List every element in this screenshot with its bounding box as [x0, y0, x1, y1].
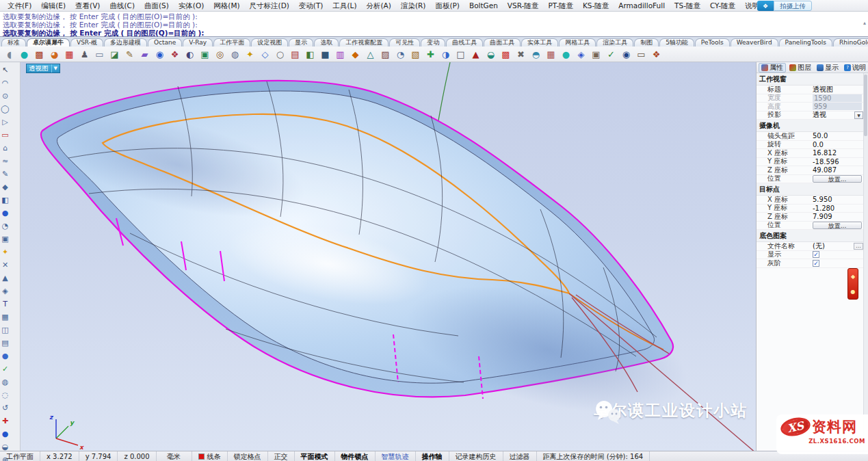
- toolbar-icon[interactable]: ◫: [0, 324, 10, 337]
- panel-tab[interactable]: 显示: [815, 63, 841, 73]
- status-item[interactable]: 毫米: [157, 451, 192, 461]
- status-item[interactable]: 平面模式: [295, 451, 335, 461]
- camera-z-value[interactable]: 49.087: [813, 166, 837, 174]
- menu-item[interactable]: TS-随意: [670, 0, 705, 11]
- toolbar-icon[interactable]: ▦: [544, 47, 558, 61]
- target-z-value[interactable]: 7.909: [813, 213, 832, 220]
- menu-item[interactable]: 分析(A): [362, 0, 396, 11]
- status-item[interactable]: 记录建构历史: [449, 451, 503, 461]
- menu-item[interactable]: 渲染(R): [396, 0, 431, 11]
- toolbar-icon[interactable]: ▣: [198, 47, 212, 61]
- status-item[interactable]: 正交: [268, 451, 295, 461]
- toolbar-icon[interactable]: ◍: [228, 47, 242, 61]
- menu-item[interactable]: 实体(O): [174, 0, 209, 11]
- floating-sidebar-widget[interactable]: ◆●: [847, 268, 858, 300]
- toolbar-icon[interactable]: ●: [0, 350, 10, 363]
- status-item[interactable]: 过滤器: [503, 451, 537, 461]
- toolbar-icon[interactable]: ◧: [303, 47, 317, 61]
- menu-item[interactable]: KS-随意: [578, 0, 614, 11]
- toolbar-tab[interactable]: 实体工具: [521, 38, 558, 47]
- toolbar-tab[interactable]: 可见性: [389, 38, 420, 47]
- command-prompt[interactable]: 选取要复制的边缘， 按 Enter 完成 ( 目的图层(Q)=目前的 ):: [3, 29, 865, 37]
- toolbar-icon[interactable]: T: [0, 298, 10, 311]
- toolbar-tab[interactable]: 变动: [421, 38, 445, 47]
- toolbar-icon[interactable]: ◯: [0, 103, 10, 116]
- toolbar-icon[interactable]: ●: [17, 47, 31, 61]
- toolbar-icon[interactable]: ↺: [0, 401, 10, 414]
- toolbar-icon[interactable]: ◕: [47, 47, 62, 61]
- toolbar-icon[interactable]: ◓: [529, 47, 543, 61]
- chevron-up-icon[interactable]: ▴: [863, 20, 866, 26]
- status-item[interactable]: 操作轴: [416, 451, 449, 461]
- gear-icon[interactable]: ⚙: [855, 64, 861, 71]
- toolbar-tab[interactable]: 显示: [289, 38, 313, 47]
- menu-item[interactable]: CY-随意: [705, 0, 740, 11]
- dropdown-arrow-icon[interactable]: ▼: [854, 111, 863, 119]
- toolbar-icon[interactable]: ▦: [0, 311, 10, 324]
- menu-item[interactable]: 工具(L): [328, 0, 361, 11]
- toolbar-tab[interactable]: 曲面工具: [484, 38, 521, 47]
- panel-tab[interactable]: 图层: [787, 63, 813, 73]
- toolbar-tab[interactable]: 标准: [1, 38, 26, 47]
- toolbar-icon[interactable]: ✦: [0, 246, 10, 259]
- menu-item[interactable]: PT-随意: [543, 0, 578, 11]
- toolbar-icon[interactable]: ▭: [0, 129, 10, 142]
- toolbar-icon[interactable]: ▷: [0, 116, 10, 129]
- toolbar-icon[interactable]: ◠: [0, 77, 10, 90]
- toolbar-tab[interactable]: 5轴功能: [659, 38, 694, 47]
- menu-item[interactable]: 曲线(C): [105, 0, 140, 11]
- toolbar-icon[interactable]: ✚: [423, 47, 438, 61]
- target-y-value[interactable]: -1.280: [813, 205, 834, 212]
- toolbar-icon[interactable]: ✓: [604, 47, 618, 61]
- status-item[interactable]: 智慧轨迹: [376, 451, 416, 461]
- toolbar-tab[interactable]: VSR-概: [70, 38, 103, 47]
- viewport-title-tab[interactable]: 透视图 ▼: [26, 64, 60, 73]
- toolbar-tab[interactable]: 选取: [314, 38, 339, 47]
- toolbar-tab[interactable]: 工作视窗配置: [339, 38, 389, 47]
- toolbar-icon[interactable]: ▤: [288, 47, 302, 61]
- menu-item[interactable]: 变动(T): [294, 0, 328, 11]
- toolbar-icon[interactable]: ◪: [107, 47, 122, 61]
- wallpaper-file-value[interactable]: (无): [813, 241, 825, 251]
- toolbar-icon[interactable]: ♟: [77, 47, 92, 61]
- toolbar-icon[interactable]: ✎: [122, 47, 137, 61]
- toolbar-icon[interactable]: ◈: [0, 285, 10, 298]
- toolbar-icon[interactable]: ○: [273, 47, 287, 61]
- toolbar-icon[interactable]: ▣: [589, 47, 603, 61]
- toolbar-tab[interactable]: RhinoGold: [833, 38, 868, 47]
- menu-item[interactable]: 查看(V): [70, 0, 105, 11]
- projection-value[interactable]: 透视: [813, 110, 826, 120]
- focal-length-value[interactable]: 50.0: [813, 132, 828, 140]
- toolbar-icon[interactable]: ≈: [0, 155, 10, 168]
- viewport-title-value[interactable]: 透视图: [813, 85, 833, 94]
- browse-button[interactable]: …: [854, 243, 863, 250]
- toolbar-icon[interactable]: ▧: [408, 47, 423, 61]
- toolbar-icon[interactable]: ◆: [0, 181, 10, 194]
- toolbar-tab[interactable]: V-Ray: [183, 38, 213, 47]
- toolbar-icon[interactable]: ●: [0, 207, 10, 220]
- camera-place-button[interactable]: 放置...: [813, 175, 862, 183]
- toolbar-icon[interactable]: ❖: [649, 47, 663, 61]
- toolbar-tab[interactable]: PanelingTools: [779, 38, 832, 47]
- toolbar-icon[interactable]: ▥: [333, 47, 347, 61]
- menu-item[interactable]: 面板(P): [430, 0, 464, 11]
- toolbar-icon[interactable]: ⌂: [0, 142, 10, 155]
- toolbar-icon[interactable]: ✚: [0, 414, 10, 427]
- toolbar-icon[interactable]: ▲: [0, 272, 10, 285]
- menu-item[interactable]: 曲面(S): [140, 0, 174, 11]
- camera-y-value[interactable]: -18.596: [813, 158, 839, 166]
- toolbar-icon[interactable]: ◑: [438, 47, 453, 61]
- toolbar-icon[interactable]: ▩: [32, 47, 47, 61]
- toolbar-icon[interactable]: ▰: [137, 47, 152, 61]
- toolbar-icon[interactable]: ◇: [258, 47, 272, 61]
- toolbar-icon[interactable]: ⊙: [0, 90, 10, 103]
- panel-scrollbar[interactable]: [863, 73, 868, 451]
- toolbar-tab[interactable]: 设定视图: [251, 38, 288, 47]
- panel-tab[interactable]: 属性: [759, 63, 786, 73]
- toolbar-tab[interactable]: 工作平面: [213, 38, 250, 47]
- toolbar-icon[interactable]: ✓: [0, 363, 10, 376]
- target-place-button[interactable]: 放置...: [813, 222, 862, 229]
- toolbar-tab[interactable]: 渲染工具: [596, 38, 633, 47]
- toolbar-icon[interactable]: ▭: [634, 47, 648, 61]
- toolbar-icon[interactable]: ▦: [62, 47, 77, 61]
